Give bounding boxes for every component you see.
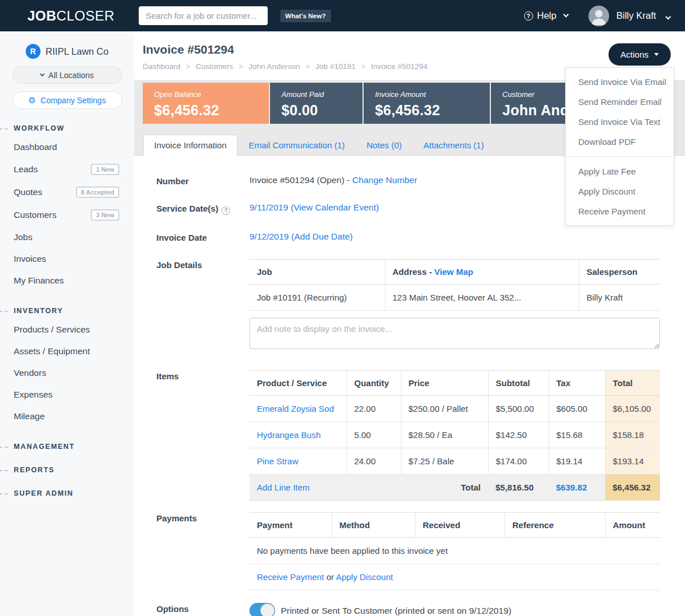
menu-item-receive-payment[interactable]: Receive Payment	[566, 201, 674, 221]
sidebar-item-label: Dashboard	[14, 142, 57, 152]
item-tax: $15.68	[549, 422, 605, 448]
section-workflow-header: WORKFLOW	[0, 124, 134, 132]
sidebar-item-jobs[interactable]: Jobs	[0, 226, 134, 248]
invoice-note-input[interactable]	[249, 318, 660, 349]
menu-item-apply-discount[interactable]: Apply Discount	[566, 181, 674, 201]
actions-label: Actions	[620, 50, 648, 59]
payment-column-header: Payment	[249, 513, 332, 538]
item-total: $6,105.00	[605, 396, 660, 422]
quantity-column-header: Quantity	[346, 371, 401, 396]
sidebar-item-expenses[interactable]: Expenses	[0, 384, 134, 406]
add-due-date-link[interactable]: (Add Due Date)	[291, 232, 353, 241]
gear-icon: ⚙	[29, 96, 36, 104]
address-column-header: Address - View Map	[385, 260, 579, 285]
all-locations-selector[interactable]: All Locations	[13, 66, 122, 84]
stat-value: $6,456.32	[154, 102, 257, 119]
stat-label: Open Balance	[154, 90, 257, 99]
sidebar-item-products-services[interactable]: Products / Services	[0, 319, 134, 341]
whats-new-button[interactable]: What's New?	[280, 10, 331, 22]
all-locations-label: All Locations	[49, 71, 94, 80]
company-settings-button[interactable]: ⚙ Company Settings	[13, 91, 122, 109]
breadcrumb-customer-name[interactable]: John Anderson	[233, 62, 300, 71]
top-navbar: JOBCLOSER What's New? ? Help Billy Kraft	[0, 0, 685, 31]
sidebar-item-dashboard[interactable]: Dashboard	[0, 136, 134, 158]
printed-or-sent-toggle[interactable]	[249, 603, 275, 616]
items-grand-total: $6,456.32	[605, 475, 660, 501]
change-number-link[interactable]: Change Number	[352, 175, 417, 185]
receive-payment-link[interactable]: Receive Payment	[257, 572, 324, 582]
sidebar-nav: WORKFLOW Dashboard Leads 1 New Quotes 8 …	[0, 124, 134, 497]
item-price: $7.25 / Bale	[401, 448, 488, 475]
actions-dropdown-menu: Send Invoice Via Email Send Reminder Ema…	[565, 67, 674, 226]
help-icon: ?	[524, 11, 533, 21]
sidebar-item-label: Customers	[14, 210, 57, 220]
tab-email-communication[interactable]: Email Communication (1)	[239, 135, 355, 155]
user-avatar[interactable]	[589, 6, 609, 26]
chevron-down-icon	[40, 72, 45, 76]
item-row: Hydrangea Bush 5.00 $28.50 / Ea $142.50 …	[249, 422, 660, 448]
stat-label: Invoice Amount	[375, 90, 478, 99]
add-line-item-link[interactable]: Add Line Item	[257, 483, 310, 492]
items-label: Items	[156, 370, 249, 501]
sidebar-item-mileage[interactable]: Mileage	[0, 406, 134, 427]
section-reports-header[interactable]: REPORTS	[0, 466, 134, 474]
sidebar: R RIIPL Lawn Co All Locations ⚙ Company …	[0, 31, 134, 616]
stat-amount-paid: Amount Paid $0.00	[270, 83, 362, 124]
company-logo: R	[26, 44, 41, 59]
user-menu[interactable]: Billy Kraft	[616, 10, 670, 21]
menu-item-apply-late-fee[interactable]: Apply Late Fee	[566, 161, 674, 181]
section-management-header[interactable]: MANAGEMENT	[0, 443, 134, 451]
breadcrumb-dashboard[interactable]: Dashboard	[143, 62, 180, 71]
chevron-down-icon	[563, 12, 569, 18]
menu-item-send-invoice-via-text[interactable]: Send Invoice Via Text	[566, 112, 674, 132]
item-product-link[interactable]: Emerald Zoysia Sod	[257, 404, 334, 414]
quotes-badge: 8 Accepted	[76, 187, 119, 198]
actions-button[interactable]: Actions	[609, 43, 671, 66]
service-dates-label: Service Date(s)	[156, 204, 218, 213]
invoice-date-link[interactable]: 9/12/2019	[249, 232, 289, 241]
item-price: $28.50 / Ea	[401, 422, 488, 448]
received-column-header: Received	[415, 513, 505, 538]
menu-item-download-pdf[interactable]: Download PDF	[566, 132, 674, 152]
menu-item-send-invoice-via-email[interactable]: Send Invoice Via Email	[566, 72, 674, 92]
help-menu[interactable]: ? Help	[524, 10, 568, 21]
toggle-knob	[260, 603, 275, 616]
sidebar-item-invoices[interactable]: Invoices	[0, 248, 134, 270]
view-calendar-event-link[interactable]: (View Calendar Event)	[291, 202, 379, 212]
price-column-header: Price	[401, 371, 488, 396]
menu-item-send-reminder-email[interactable]: Send Reminder Email	[566, 92, 674, 112]
item-product-link[interactable]: Pine Straw	[257, 456, 299, 466]
items-tax-total-link[interactable]: $639.82	[556, 483, 587, 492]
sidebar-item-label: Products / Services	[14, 325, 90, 335]
apply-discount-link[interactable]: Apply Discount	[336, 572, 393, 582]
options-row: Options Printed or Sent To Customer (pri…	[156, 603, 660, 616]
sidebar-item-vendors[interactable]: Vendors	[0, 362, 134, 384]
help-circle-icon[interactable]: ?	[221, 206, 230, 215]
items-footer-row: Add Line Item Total $5,816.50 $639.82 $6…	[249, 475, 660, 501]
view-map-link[interactable]: View Map	[434, 267, 473, 277]
item-quantity: 24.00	[346, 448, 401, 475]
item-product-link[interactable]: Hydrangea Bush	[257, 430, 321, 440]
address-cell: 123 Main Street, Hoover AL 352...	[385, 285, 579, 311]
tab-notes[interactable]: Notes (0)	[356, 135, 412, 155]
job-details-label: Job Details	[156, 259, 249, 351]
items-row: Items Product / Service Quantity Price S…	[156, 370, 660, 501]
amount-column-header: Amount	[605, 513, 660, 538]
breadcrumb-customers[interactable]: Customers	[180, 62, 233, 71]
search-input[interactable]	[139, 6, 268, 25]
breadcrumb-job[interactable]: Job #10191	[300, 62, 356, 71]
tab-attachments[interactable]: Attachments (1)	[413, 135, 494, 155]
payments-empty-row: No payments have been applied to this in…	[249, 538, 660, 564]
tab-invoice-information[interactable]: Invoice Information	[143, 135, 237, 156]
sidebar-item-assets-equipment[interactable]: Assets / Equipment	[0, 341, 134, 362]
section-super-admin-header[interactable]: SUPER ADMIN	[0, 489, 134, 497]
sidebar-item-my-finances[interactable]: My Finances	[0, 270, 134, 291]
customers-badge: 3 New	[91, 209, 119, 221]
sidebar-item-quotes[interactable]: Quotes 8 Accepted	[0, 181, 134, 204]
invoice-number-text: Invoice #501294 (Open) -	[249, 175, 352, 185]
sidebar-item-customers[interactable]: Customers 3 New	[0, 204, 134, 226]
payments-table: Payment Method Received Reference Amount…	[249, 512, 660, 590]
sidebar-item-leads[interactable]: Leads 1 New	[0, 158, 134, 181]
invoice-date-label: Invoice Date	[156, 232, 249, 242]
service-date-link[interactable]: 9/11/2019	[249, 202, 288, 212]
